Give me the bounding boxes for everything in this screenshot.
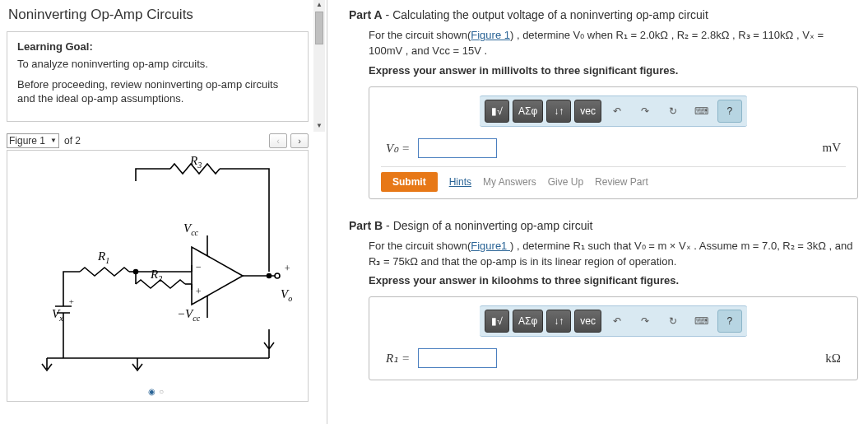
figure-link[interactable]: Figure 1 bbox=[471, 29, 510, 41]
help-button[interactable]: ? bbox=[717, 100, 742, 123]
part-b-instructions: Express your answer in kiloohms to three… bbox=[369, 274, 858, 287]
scroll-up-icon[interactable]: ▲ bbox=[315, 1, 323, 9]
learning-goal-heading: Learning Goal: bbox=[17, 40, 298, 53]
undo-button[interactable]: ↶ bbox=[605, 310, 629, 333]
answer-unit: kΩ bbox=[825, 352, 841, 366]
answer-label: R₁ = bbox=[386, 351, 410, 366]
keyboard-button[interactable]: ⌨ bbox=[689, 100, 714, 123]
figure-prev-button[interactable]: ‹ bbox=[269, 133, 287, 148]
figure-next-button[interactable]: › bbox=[290, 133, 309, 148]
scrollbar[interactable]: ▲ ▼ bbox=[313, 0, 325, 132]
redo-button[interactable]: ↷ bbox=[633, 310, 657, 333]
part-a-answer-box: ▮√ ΑΣφ ↓↑ vec ↶ ↷ ↻ ⌨ ? V₀ = mV Submit H… bbox=[369, 86, 858, 199]
svg-text:Vcc: Vcc bbox=[183, 221, 199, 237]
part-a-prompt: For the circuit shown(Figure 1) , determ… bbox=[369, 28, 858, 59]
undo-button[interactable]: ↶ bbox=[605, 100, 629, 123]
learning-goal-text-1: To analyze noninverting op-amp circuits. bbox=[17, 58, 298, 72]
svg-text:−: − bbox=[195, 261, 202, 273]
answer-input[interactable] bbox=[418, 348, 497, 368]
figure-pager-dots[interactable]: ◉○ bbox=[7, 385, 308, 401]
greek-button[interactable]: ΑΣφ bbox=[513, 100, 543, 123]
vector-button[interactable]: vec bbox=[574, 100, 601, 123]
part-b-prompt: For the circuit shown(Figure1 ) , determ… bbox=[369, 239, 858, 270]
template-button[interactable]: ▮√ bbox=[485, 310, 509, 333]
figure-frame: R3 R1 R2 Vcc −Vcc Vx Vo − + + + bbox=[7, 150, 309, 402]
reset-button[interactable]: ↻ bbox=[661, 310, 685, 333]
figure-bar: Figure 1 ▼ of 2 ‹ › bbox=[7, 133, 309, 148]
greek-button[interactable]: ΑΣφ bbox=[513, 310, 543, 333]
vector-button[interactable]: vec bbox=[574, 310, 601, 333]
subscript-button[interactable]: ↓↑ bbox=[546, 100, 571, 123]
svg-text:R3: R3 bbox=[189, 156, 202, 170]
equation-toolbar: ▮√ ΑΣφ ↓↑ vec ↶ ↷ ↻ ⌨ ? bbox=[480, 96, 747, 127]
learning-goal-box: Learning Goal: To analyze noninverting o… bbox=[7, 31, 309, 122]
svg-text:Vx: Vx bbox=[52, 307, 63, 323]
scroll-thumb[interactable] bbox=[315, 12, 323, 44]
svg-point-0 bbox=[275, 273, 280, 278]
submit-button[interactable]: Submit bbox=[381, 172, 438, 192]
help-button[interactable]: ? bbox=[717, 310, 742, 333]
give-up-link[interactable]: Give Up bbox=[548, 176, 583, 188]
subscript-button[interactable]: ↓↑ bbox=[546, 310, 571, 333]
part-a-heading: Part A - Calculating the output voltage … bbox=[349, 8, 858, 21]
hints-link[interactable]: Hints bbox=[449, 176, 471, 188]
figure-count-label: of 2 bbox=[64, 135, 81, 147]
keyboard-button[interactable]: ⌨ bbox=[689, 310, 714, 333]
page-title: Noninverting Op-Amp Circuits bbox=[8, 7, 309, 23]
chevron-down-icon: ▼ bbox=[50, 137, 57, 144]
redo-button[interactable]: ↷ bbox=[633, 100, 657, 123]
template-button[interactable]: ▮√ bbox=[485, 100, 509, 123]
my-answers-link[interactable]: My Answers bbox=[483, 176, 536, 188]
svg-text:R2: R2 bbox=[150, 268, 162, 283]
svg-text:+: + bbox=[284, 263, 290, 274]
svg-text:+: + bbox=[68, 296, 74, 306]
figure-select-label: Figure 1 bbox=[9, 135, 45, 147]
figure-link[interactable]: Figure1 bbox=[471, 240, 510, 252]
left-pane: ▲ ▼ Noninverting Op-Amp Circuits Learnin… bbox=[0, 0, 327, 424]
answer-label: V₀ = bbox=[386, 141, 410, 156]
svg-text:Vo: Vo bbox=[281, 287, 292, 303]
part-a-instructions: Express your answer in millivolts to thr… bbox=[369, 64, 858, 77]
part-b-answer-box: ▮√ ΑΣφ ↓↑ vec ↶ ↷ ↻ ⌨ ? R₁ = kΩ bbox=[369, 296, 858, 380]
learning-goal-text-2: Before proceeding, review noninverting o… bbox=[17, 78, 298, 106]
svg-point-2 bbox=[267, 274, 271, 278]
svg-text:−Vcc: −Vcc bbox=[177, 307, 201, 323]
review-part-link[interactable]: Review Part bbox=[595, 176, 648, 188]
scroll-down-icon[interactable]: ▼ bbox=[315, 122, 323, 130]
answer-input[interactable] bbox=[418, 138, 497, 158]
circuit-diagram: R3 R1 R2 Vcc −Vcc Vx Vo − + + + bbox=[7, 151, 308, 385]
svg-point-1 bbox=[133, 270, 137, 274]
svg-text:R1: R1 bbox=[97, 249, 109, 265]
answer-unit: mV bbox=[823, 141, 842, 155]
equation-toolbar: ▮√ ΑΣφ ↓↑ vec ↶ ↷ ↻ ⌨ ? bbox=[480, 305, 747, 337]
figure-select[interactable]: Figure 1 ▼ bbox=[7, 133, 59, 148]
reset-button[interactable]: ↻ bbox=[661, 100, 685, 123]
svg-text:+: + bbox=[195, 286, 202, 297]
part-b-heading: Part B - Design of a noninverting op-amp… bbox=[349, 219, 858, 232]
right-pane: Part A - Calculating the output voltage … bbox=[327, 0, 868, 424]
